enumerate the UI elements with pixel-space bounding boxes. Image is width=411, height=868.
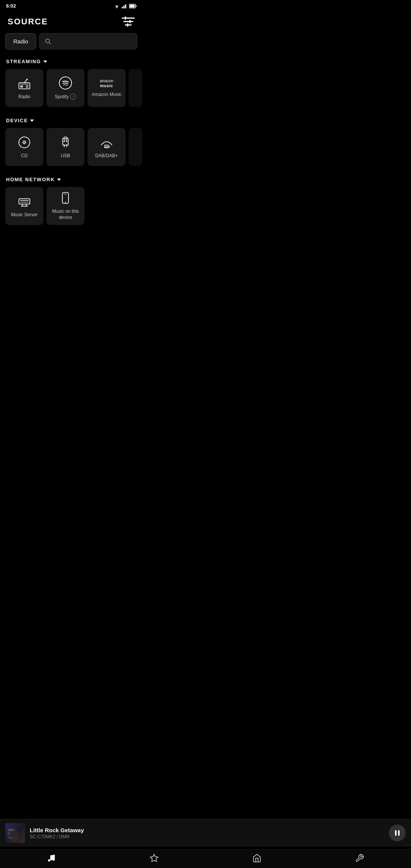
- svg-text:Mine: Mine: [8, 836, 13, 839]
- home-network-section-header[interactable]: HOME NETWORK: [0, 174, 143, 187]
- source-item-spotify[interactable]: Spotify i: [46, 69, 84, 107]
- svg-point-39: [65, 202, 66, 203]
- top-row: Radio: [0, 33, 143, 56]
- svg-text:Jazz: Jazz: [7, 828, 14, 831]
- album-art-svg: Jazz A Mine: [5, 823, 25, 843]
- source-item-usb[interactable]: USB: [46, 128, 84, 166]
- search-box[interactable]: [39, 33, 137, 49]
- battery-icon: [129, 4, 137, 8]
- svg-rect-8: [122, 18, 135, 19]
- streaming-section-header[interactable]: STREAMING: [0, 56, 143, 69]
- svg-rect-29: [66, 140, 67, 142]
- wifi-icon: [114, 4, 120, 8]
- streaming-chevron-icon: [43, 61, 47, 63]
- dab-icon: dab+: [100, 136, 113, 149]
- svg-rect-13: [127, 23, 128, 27]
- music-server-icon: [18, 195, 31, 208]
- nav-item-music[interactable]: [47, 854, 56, 863]
- source-item-partial-streaming: [129, 69, 142, 107]
- svg-rect-26: [64, 144, 65, 147]
- svg-rect-17: [20, 85, 23, 87]
- now-playing-subtitle: SC-C70MK2 / DMR: [30, 834, 143, 839]
- search-icon: [45, 38, 51, 45]
- svg-text:A: A: [8, 832, 10, 835]
- album-art-image: Jazz A Mine: [5, 823, 25, 843]
- svg-rect-11: [125, 16, 126, 20]
- bottom-nav: [0, 849, 143, 868]
- source-item-radio[interactable]: Radio: [5, 69, 43, 107]
- device-chevron-icon: [30, 120, 34, 122]
- home-network-grid: Music Server Music on this device: [0, 187, 143, 233]
- cd-label: CD: [21, 153, 27, 158]
- source-item-cd[interactable]: CD: [5, 128, 43, 166]
- usb-icon: [59, 136, 72, 149]
- svg-rect-9: [123, 21, 133, 22]
- svg-point-49: [48, 859, 50, 862]
- streaming-grid: Radio Spotify i amazon music Amazon Musi…: [0, 69, 143, 115]
- svg-rect-40: [64, 194, 67, 195]
- radio-icon: [18, 77, 31, 90]
- usb-label: USB: [61, 153, 70, 158]
- device-section-header[interactable]: DEVICE: [0, 115, 143, 128]
- now-playing-title: Little Rock Getaway: [30, 827, 143, 833]
- svg-point-0: [116, 7, 117, 8]
- spotify-icon: [59, 76, 72, 90]
- spotify-info-icon[interactable]: i: [70, 94, 76, 100]
- source-item-dab[interactable]: dab+ DAB/DAB+: [88, 128, 126, 166]
- status-icons: [114, 4, 137, 8]
- svg-rect-27: [66, 144, 67, 147]
- device-label: DEVICE: [6, 118, 28, 123]
- page-title: SOURCE: [8, 17, 48, 27]
- svg-rect-7: [130, 5, 135, 7]
- svg-point-19: [26, 78, 28, 80]
- svg-rect-6: [136, 5, 137, 7]
- status-bar: 6:02: [0, 0, 143, 10]
- filter-icon: [122, 16, 135, 27]
- music-server-label: Music Server: [11, 212, 38, 217]
- svg-text:dab+: dab+: [105, 145, 111, 148]
- radio-label: Radio: [18, 94, 30, 99]
- signal-icon: [122, 4, 127, 8]
- svg-point-18: [26, 85, 28, 87]
- svg-rect-3: [125, 5, 126, 8]
- svg-line-15: [49, 42, 51, 44]
- radio-button[interactable]: Radio: [5, 33, 36, 49]
- svg-rect-12: [129, 20, 131, 23]
- phone-icon: [59, 191, 72, 205]
- search-input[interactable]: [51, 38, 132, 45]
- dab-label: DAB/DAB+: [95, 153, 118, 158]
- source-item-amazon-music[interactable]: amazon music Amazon Music: [88, 69, 126, 107]
- status-time: 6:02: [6, 3, 16, 9]
- page-header: SOURCE: [0, 10, 143, 33]
- filter-button[interactable]: [121, 15, 135, 29]
- now-playing-bar[interactable]: Jazz A Mine Little Rock Getaway SC-C70MK…: [0, 819, 143, 847]
- svg-point-23: [24, 142, 25, 143]
- spotify-label: Spotify: [55, 94, 69, 99]
- album-art: Jazz A Mine: [5, 823, 25, 843]
- svg-rect-28: [64, 140, 65, 142]
- svg-rect-34: [20, 202, 29, 203]
- svg-rect-32: [19, 199, 30, 204]
- svg-rect-4: [126, 4, 127, 8]
- device-grid: CD USB dab+ DAB/DAB+: [0, 128, 143, 174]
- music-device-label: Music on this device: [46, 209, 84, 220]
- music-note-icon: [47, 854, 56, 863]
- home-network-label: HOME NETWORK: [6, 177, 55, 182]
- source-item-music-device[interactable]: Music on this device: [46, 187, 84, 225]
- svg-rect-2: [123, 6, 124, 8]
- now-playing-info: Little Rock Getaway SC-C70MK2 / DMR: [30, 827, 143, 839]
- amazon-music-label: Amazon Music: [92, 92, 122, 97]
- streaming-label: STREAMING: [6, 59, 41, 64]
- svg-rect-33: [20, 200, 29, 201]
- svg-rect-24: [63, 138, 68, 145]
- svg-rect-1: [122, 7, 123, 8]
- source-item-partial-device: [129, 128, 142, 166]
- spotify-label-row: Spotify i: [55, 94, 76, 100]
- source-item-music-server[interactable]: Music Server: [5, 187, 43, 225]
- cd-icon: [18, 136, 31, 149]
- svg-point-50: [53, 858, 55, 861]
- home-network-chevron-icon: [57, 179, 61, 181]
